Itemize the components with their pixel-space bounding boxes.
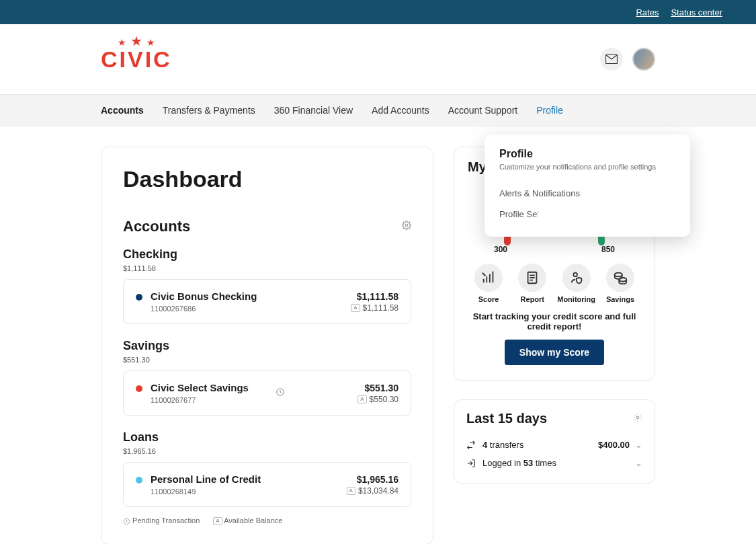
chevron-down-icon: ⌄ <box>635 440 642 450</box>
account-number: 11000267686 <box>151 305 257 313</box>
available-badge-icon: A <box>358 395 366 403</box>
utility-bar: Rates Status center <box>0 0 756 24</box>
account-balance: $551.30 <box>358 383 398 393</box>
account-row-loans[interactable]: Personal Line of Credit 11000268149 $1,9… <box>123 462 411 507</box>
group-checking-label: Checking <box>123 247 411 262</box>
gear-icon <box>402 221 411 230</box>
account-dot-icon <box>136 477 142 483</box>
messages-button[interactable] <box>600 48 623 71</box>
coins-icon <box>613 270 628 285</box>
chevron-down-icon: ⌄ <box>635 458 642 468</box>
logo-stars-icon: ★★★ <box>118 37 155 49</box>
brand-logo[interactable]: ★★★ CIVIC <box>101 46 172 73</box>
activity-settings-button[interactable] <box>633 413 642 425</box>
group-loans-label: Loans <box>123 430 411 444</box>
header: ★★★ CIVIC <box>0 24 756 94</box>
nav-add-accounts[interactable]: Add Accounts <box>372 105 429 116</box>
activity-title: Last 15 days <box>466 411 547 426</box>
login-icon <box>466 459 476 468</box>
account-balance: $1,111.58 <box>351 291 398 302</box>
svg-point-7 <box>619 278 626 282</box>
accounts-legend: Pending Transaction A Available Balance <box>123 516 411 525</box>
mail-icon <box>605 54 618 64</box>
gear-icon <box>633 413 642 422</box>
activity-transfers-row[interactable]: 4 transfers $400.00 ⌄ <box>466 436 642 454</box>
profile-dropdown: Profile Customize your notifications and… <box>485 134 690 237</box>
available-badge-icon: A <box>351 304 360 312</box>
status-center-link[interactable]: Status center <box>671 7 722 17</box>
group-savings-total: $551.30 <box>123 356 411 364</box>
clock-icon <box>123 518 130 525</box>
account-available: $13,034.84 <box>358 486 398 496</box>
feature-score[interactable]: Score <box>468 264 509 303</box>
account-number: 11000268149 <box>151 488 261 496</box>
show-score-button[interactable]: Show my Score <box>505 340 604 365</box>
nav-360[interactable]: 360 Financial View <box>274 105 353 116</box>
score-message: Start tracking your credit score and ful… <box>468 311 641 332</box>
nav-transfers[interactable]: Transfers & Payments <box>163 105 255 116</box>
account-available: $550.30 <box>370 395 398 404</box>
account-number: 11000267677 <box>151 396 249 404</box>
account-name: Civic Select Savings <box>151 382 249 393</box>
account-dot-icon <box>136 294 142 301</box>
dashboard-card: Dashboard Accounts Checking $1,111.58 Ci… <box>101 147 433 544</box>
account-balance: $1,965.16 <box>347 474 398 485</box>
nav-profile[interactable]: Profile <box>536 105 563 116</box>
person-shield-icon <box>569 270 584 285</box>
account-row-savings[interactable]: Civic Select Savings 11000267677 $551.30… <box>123 371 411 416</box>
profile-menu-title: Profile <box>499 148 675 160</box>
account-name: Personal Line of Credit <box>151 473 261 485</box>
profile-menu-subtitle: Customize your notifications and profile… <box>499 163 675 171</box>
accounts-settings-button[interactable] <box>402 221 411 233</box>
svg-point-8 <box>636 416 639 419</box>
page-title: Dashboard <box>123 166 411 192</box>
bar-chart-icon <box>481 270 496 285</box>
available-badge-icon: A <box>213 517 222 525</box>
menu-item-profile-settings[interactable]: Profile Settings <box>499 204 675 225</box>
nav-account-support[interactable]: Account Support <box>448 105 518 116</box>
pending-icon <box>276 387 285 399</box>
account-dot-icon <box>136 385 142 392</box>
account-row-checking[interactable]: Civic Bonus Checking 11000267686 $1,111.… <box>123 279 411 324</box>
activity-card: Last 15 days 4 transfers $400.00 ⌄ L <box>454 399 655 483</box>
transfers-amount: $400.00 <box>598 440 630 450</box>
feature-report[interactable]: Report <box>511 264 553 303</box>
document-icon <box>525 270 540 285</box>
rates-link[interactable]: Rates <box>636 7 659 17</box>
feature-savings[interactable]: Savings <box>599 264 641 303</box>
brand-text: CIVIC <box>101 46 172 73</box>
svg-point-1 <box>405 224 408 227</box>
group-checking-total: $1,111.58 <box>123 264 411 272</box>
accounts-heading: Accounts <box>123 218 190 235</box>
account-name: Civic Bonus Checking <box>151 290 257 302</box>
svg-point-5 <box>573 273 577 277</box>
user-avatar[interactable] <box>632 48 655 71</box>
nav-accounts[interactable]: Accounts <box>101 105 144 116</box>
account-available: $1,111.58 <box>363 303 398 313</box>
feature-monitoring[interactable]: Monitoring <box>556 264 597 303</box>
main-nav: Accounts Transfers & Payments 360 Financ… <box>0 94 756 126</box>
group-loans-total: $1,965.16 <box>123 447 411 455</box>
transfer-icon <box>466 440 476 450</box>
available-badge-icon: A <box>347 487 355 495</box>
menu-item-alerts[interactable]: Alerts & Notifications <box>499 183 675 204</box>
activity-logins-row[interactable]: Logged in 53 times ⌄ <box>466 454 642 472</box>
group-savings-label: Savings <box>123 339 411 353</box>
svg-point-6 <box>615 273 622 277</box>
